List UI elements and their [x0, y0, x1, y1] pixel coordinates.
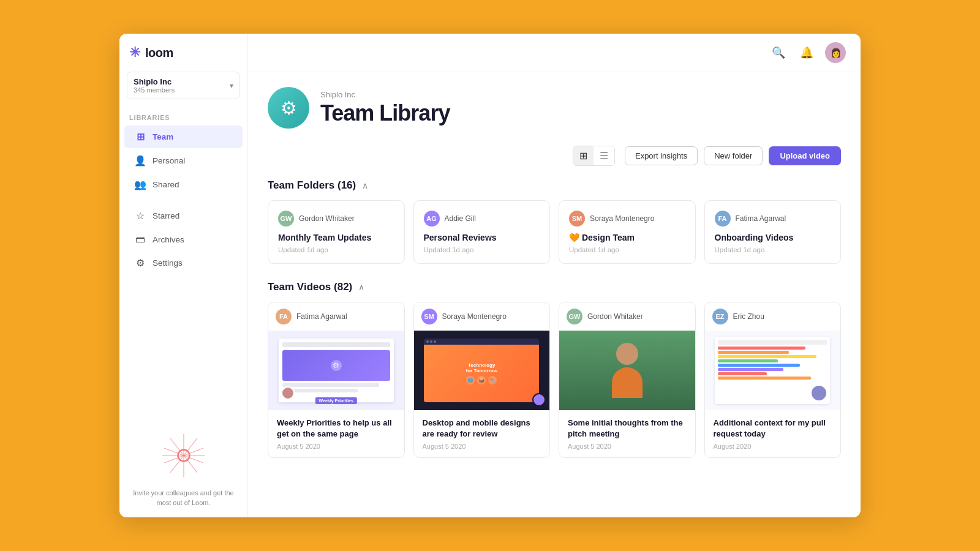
- video-card-4[interactable]: EZ Eric Zhou: [704, 302, 842, 458]
- folder-updated-2: Updated 1d ago: [424, 246, 540, 253]
- sidebar-item-team-label: Team: [153, 132, 173, 141]
- loom-logo[interactable]: ✳ loom: [129, 45, 173, 61]
- export-insights-button[interactable]: Export insights: [625, 146, 698, 165]
- workspace-chevron-icon: ▾: [230, 81, 233, 90]
- team-folders-collapse-button[interactable]: ∧: [362, 181, 368, 190]
- settings-icon: ⚙: [134, 257, 146, 269]
- sidebar-item-starred[interactable]: ☆ Starred: [124, 204, 243, 227]
- team-icon: ⊞: [134, 131, 146, 143]
- sidebar-item-shared[interactable]: 👥 Shared: [124, 173, 243, 196]
- folder-card-4[interactable]: FA Fatima Agarwal Onboarding Videos Upda…: [704, 200, 842, 264]
- sidebar-item-archives-label: Archives: [153, 235, 184, 244]
- video-username-2: Soraya Montenegro: [442, 312, 507, 321]
- video-card-body-4: Additional context for my pull request t…: [705, 410, 841, 457]
- video-avatar-3: GW: [567, 309, 582, 324]
- page-title: Team Library: [320, 100, 450, 126]
- video-date-4: August 2020: [714, 443, 832, 450]
- video-username-3: Gordon Whitaker: [587, 312, 643, 321]
- folder-user-row-1: GW Gordon Whitaker: [278, 211, 394, 227]
- libraries-label: Libraries: [119, 105, 247, 125]
- folder-name-1: Monthly Team Updates: [278, 233, 394, 242]
- main-content: 🔍 🔔 👩 ⚙ Shiplo Inc Team Library ⊞ ☰: [248, 34, 861, 517]
- sidebar-item-settings[interactable]: ⚙ Settings: [124, 252, 243, 274]
- video-avatar-2: SM: [421, 309, 437, 324]
- team-folders-grid: GW Gordon Whitaker Monthly Team Updates …: [268, 200, 841, 264]
- video-username-4: Eric Zhou: [733, 312, 764, 321]
- sidebar-item-settings-label: Settings: [153, 258, 183, 268]
- archive-icon: 🗃: [134, 234, 146, 245]
- folder-user-row-2: AG Addie Gill: [424, 211, 540, 227]
- folder-updated-4: Updated 1d ago: [715, 246, 831, 253]
- video-title-4: Additional context for my pull request t…: [714, 418, 832, 440]
- folder-card-1[interactable]: GW Gordon Whitaker Monthly Team Updates …: [268, 200, 405, 264]
- folder-user-row-3: SM Soraya Montenegro: [569, 211, 685, 227]
- folder-username-2: Addie Gill: [445, 214, 476, 223]
- team-library-icon: ⚙: [268, 87, 309, 129]
- video-title-3: Some initial thoughts from the pitch mee…: [568, 418, 687, 440]
- video-title-2: Desktop and mobile designs are ready for…: [423, 418, 541, 440]
- loom-asterisk-icon: ✳: [129, 45, 140, 61]
- video-thumbnail-2: Technologyfor Tomorrow 🌐 📦 🔧: [414, 331, 550, 410]
- video-user-row-2: SM Soraya Montenegro: [414, 302, 550, 324]
- video-avatar-1: FA: [276, 309, 292, 324]
- workspace-selector[interactable]: Shiplo Inc 345 members ▾: [127, 72, 240, 99]
- team-videos-collapse-button[interactable]: ∧: [358, 282, 364, 292]
- sidebar: ✳ loom Shiplo Inc 345 members ▾ Librarie…: [119, 34, 248, 517]
- video-user-row-1: FA Fatima Agarwal: [268, 302, 404, 324]
- folder-updated-1: Updated 1d ago: [278, 246, 394, 253]
- star-icon: ☆: [134, 210, 146, 222]
- user-avatar[interactable]: 👩: [825, 42, 846, 63]
- sidebar-item-archives[interactable]: 🗃 Archives: [124, 228, 243, 250]
- workspace-members: 345 members: [134, 86, 175, 94]
- folder-username-3: Soraya Montenegro: [590, 214, 654, 223]
- list-view-button[interactable]: ☰: [594, 146, 614, 165]
- folder-avatar-3: SM: [569, 211, 585, 227]
- new-folder-button[interactable]: New folder: [704, 146, 763, 165]
- video-user-row-3: GW Gordon Whitaker: [559, 302, 695, 324]
- folder-avatar-1: GW: [278, 211, 294, 227]
- page-header: ⚙ Shiplo Inc Team Library: [268, 87, 841, 129]
- sidebar-item-personal[interactable]: 👤 Personal: [124, 149, 243, 172]
- video-card-3[interactable]: GW Gordon Whitaker Some initial thoughts…: [559, 302, 696, 458]
- video-card-1[interactable]: FA Fatima Agarwal ⚙: [268, 302, 405, 458]
- video-card-body-1: Weekly Priorities to help us all get on …: [268, 410, 404, 457]
- sidebar-item-team[interactable]: ⊞ Team: [124, 126, 243, 148]
- grid-view-button[interactable]: ⊞: [573, 146, 594, 165]
- folder-card-2[interactable]: AG Addie Gill Personal Reviews Updated 1…: [413, 200, 551, 264]
- search-icon[interactable]: 🔍: [769, 43, 788, 62]
- upload-video-button[interactable]: Upload video: [769, 146, 841, 165]
- team-videos-section-header: Team Videos (82) ∧: [268, 281, 841, 293]
- team-folders-section-header: Team Folders (16) ∧: [268, 179, 841, 192]
- folder-name-2: Personal Reviews: [424, 233, 540, 242]
- shared-icon: 👥: [134, 179, 146, 190]
- content-area: ⚙ Shiplo Inc Team Library ⊞ ☰ Export ins…: [248, 72, 861, 517]
- view-toggle: ⊞ ☰: [573, 146, 615, 166]
- folder-username-1: Gordon Whitaker: [299, 214, 355, 223]
- video-thumbnail-1: ⚙ Weekly Priorities: [268, 331, 404, 410]
- video-user-row-4: EZ Eric Zhou: [705, 302, 841, 324]
- folder-username-4: Fatima Agarwal: [736, 214, 786, 223]
- sidebar-item-personal-label: Personal: [153, 156, 185, 165]
- org-name: Shiplo Inc: [320, 90, 450, 99]
- video-date-3: August 5 2020: [568, 443, 687, 450]
- team-videos-title: Team Videos (82): [268, 281, 352, 293]
- sidebar-bottom: Invite your colleagues and get the most …: [119, 421, 247, 517]
- page-title-group: Shiplo Inc Team Library: [320, 90, 450, 126]
- sidebar-logo-area: ✳ loom: [119, 34, 247, 66]
- folder-user-row-4: FA Fatima Agarwal: [715, 211, 831, 227]
- workspace-name: Shiplo Inc: [134, 77, 175, 86]
- folder-updated-3: Updated 1d ago: [569, 246, 685, 253]
- folder-avatar-4: FA: [715, 211, 731, 227]
- notification-icon[interactable]: 🔔: [797, 43, 816, 62]
- team-videos-grid: FA Fatima Agarwal ⚙: [268, 302, 841, 458]
- video-date-1: August 5 2020: [277, 443, 396, 450]
- sidebar-item-starred-label: Starred: [153, 211, 179, 220]
- video-thumbnail-3: [559, 331, 695, 410]
- video-card-2[interactable]: SM Soraya Montenegro: [413, 302, 551, 458]
- team-folders-title: Team Folders (16): [268, 179, 356, 192]
- video-title-1: Weekly Priorities to help us all get on …: [277, 418, 396, 440]
- folder-card-3[interactable]: SM Soraya Montenegro 🧡 Design Team Updat…: [559, 200, 696, 264]
- video-username-1: Fatima Agarwal: [296, 312, 347, 321]
- sunburst-illustration: [159, 431, 208, 480]
- loom-wordmark: loom: [145, 46, 173, 60]
